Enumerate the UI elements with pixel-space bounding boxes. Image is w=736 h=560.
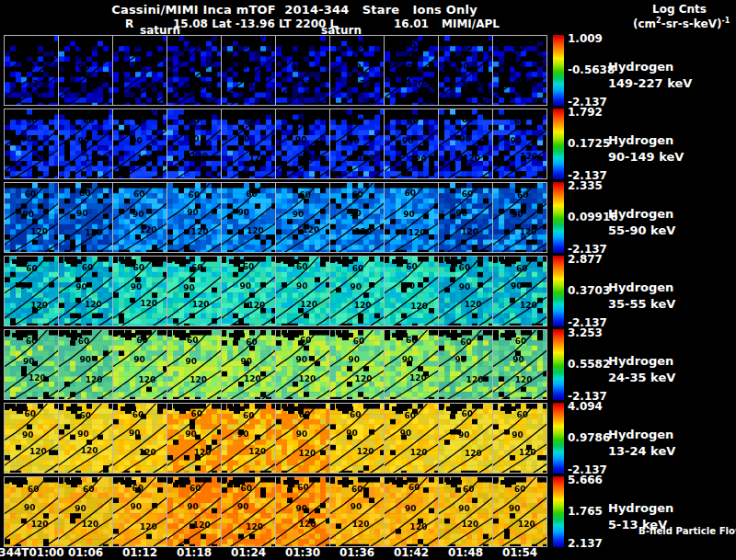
spectrogram-panel [439, 404, 492, 473]
channel-species: Hydrogen [608, 500, 673, 517]
spectrogram-panel [330, 109, 384, 178]
spectrogram-panel [113, 109, 167, 178]
channel-energy-range: 90-149 keV [608, 149, 684, 166]
spectrogram-panel [330, 183, 384, 252]
spectrogram-panel [439, 109, 492, 178]
colorbar-legend-units: (cm2-sr-s-keV)-1 [633, 17, 730, 30]
spectrogram-panel [276, 404, 329, 473]
channel-label: Hydrogen5-13 keV [608, 500, 673, 533]
colorbar-max-label: 1.009 [568, 32, 603, 45]
spectrogram-panel [5, 404, 58, 473]
spectrogram-panel [113, 36, 167, 105]
spectrogram-panel [276, 330, 329, 399]
channel-label: Hydrogen149-227 keV [608, 59, 692, 92]
colorbar [553, 109, 564, 179]
colorbar [553, 256, 564, 326]
channel-energy-range: 13-24 keV [608, 443, 675, 460]
channel-species: Hydrogen [608, 280, 675, 296]
spectrogram-panel [493, 36, 546, 105]
spectrogram-panel [385, 330, 438, 399]
colorbar [553, 35, 564, 106]
spectrogram-panel [167, 257, 221, 326]
channel-species: Hydrogen [608, 59, 692, 75]
spectrogram-panel [59, 330, 112, 399]
spectrogram-panel [167, 477, 221, 546]
colorbar-mid-label: 0.5582 [568, 358, 610, 371]
colorbar-max-label: 1.792 [568, 106, 603, 119]
spectrogram-panel [5, 330, 58, 399]
spectrogram-panel [59, 404, 112, 473]
colorbar-mid-label: 0.3703 [568, 284, 610, 297]
time-tick-label: 01:12 [122, 546, 157, 559]
channel-energy-range: 149-227 keV [608, 75, 692, 92]
time-tick-label: 01:48 [448, 546, 483, 559]
instrument-label: MIMI/APL [442, 17, 500, 30]
colorbar-max-label: 4.094 [568, 400, 603, 413]
spectrogram-panel [385, 477, 438, 546]
colorbar-legend-title: Log Cnts [652, 3, 707, 16]
channel-species: Hydrogen [608, 206, 675, 223]
time-tick-label: 01:30 [285, 546, 320, 559]
colorbar-max-label: 2.877 [568, 253, 603, 266]
spectrogram-panel [439, 330, 492, 399]
spectrogram-row [4, 109, 547, 179]
spectrogram-panel [59, 183, 112, 252]
colorbar-max-label: 3.253 [568, 326, 603, 339]
spectrogram-panel [59, 109, 112, 178]
spectrogram-panel [113, 257, 167, 326]
colorbar [553, 476, 564, 547]
spectrogram-panel [167, 404, 221, 473]
spectrogram-panel [113, 330, 167, 399]
channel-label: Hydrogen90-149 keV [608, 132, 684, 166]
time-tick-label: 01:18 [177, 546, 212, 559]
time-tick-label: 01:42 [394, 546, 429, 559]
spectrogram-panel [113, 183, 167, 252]
time-tick-label: 01:54 [502, 546, 537, 559]
colorbar-max-label: 2.335 [568, 179, 603, 192]
units-mid: -sr-s-keV) [661, 17, 722, 30]
spectrogram-row [4, 329, 547, 400]
spectrogram-panel [222, 257, 275, 326]
spectrogram-panel [167, 183, 221, 252]
colorbar-mid-label: 0.9786 [568, 431, 610, 444]
channel-label: Hydrogen55-90 keV [608, 206, 675, 239]
spectrogram-panel [5, 477, 58, 546]
spectrogram-panel [493, 330, 546, 399]
spectrogram-panel [59, 36, 112, 105]
channel-energy-range: 55-90 keV [608, 223, 675, 239]
colorbar-min-label: 2.137 [568, 537, 603, 550]
spectrogram-row [4, 35, 547, 106]
units-exp: -1 [721, 17, 730, 25]
spectrogram-panel [493, 404, 546, 473]
spectrogram-panel [385, 404, 438, 473]
spectrogram-panel [276, 109, 329, 178]
colorbar [553, 329, 564, 400]
spectrogram-panel [385, 36, 438, 105]
spectrogram-panel [439, 183, 492, 252]
spectrogram-panel [385, 257, 438, 326]
channel-label: Hydrogen13-24 keV [608, 427, 675, 460]
channel-energy-range: 35-55 keV [608, 296, 675, 313]
spectrogram-panel [439, 36, 492, 105]
ephemeris-values: 15.08 Lat -13.96 LT 2200 L [173, 17, 337, 30]
spectrogram-panel [330, 404, 384, 473]
spectrogram-panel [113, 477, 167, 546]
spectrogram-panel [113, 404, 167, 473]
time-tick-label: 01:24 [231, 546, 266, 559]
time-tick-label: 01:06 [68, 546, 103, 559]
spectrogram-panel [222, 330, 275, 399]
colorbar-max-label: 5.666 [568, 474, 603, 486]
colorbar [553, 403, 564, 474]
spectrogram-panel [167, 109, 221, 178]
channel-species: Hydrogen [608, 427, 675, 443]
spectrogram-panel [222, 477, 275, 546]
spectrogram-panel [439, 257, 492, 326]
spectrogram-panel [330, 477, 384, 546]
colorbar-mid-label: 1.765 [568, 505, 603, 518]
spectrogram-panel [385, 183, 438, 252]
spectrogram-panel [5, 36, 58, 105]
ephemeris-r-label: R [125, 17, 133, 30]
spectrogram-panel [5, 109, 58, 178]
channel-energy-range: 24-35 keV [608, 370, 675, 386]
ephemeris-l-value: 16.01 [394, 17, 429, 30]
